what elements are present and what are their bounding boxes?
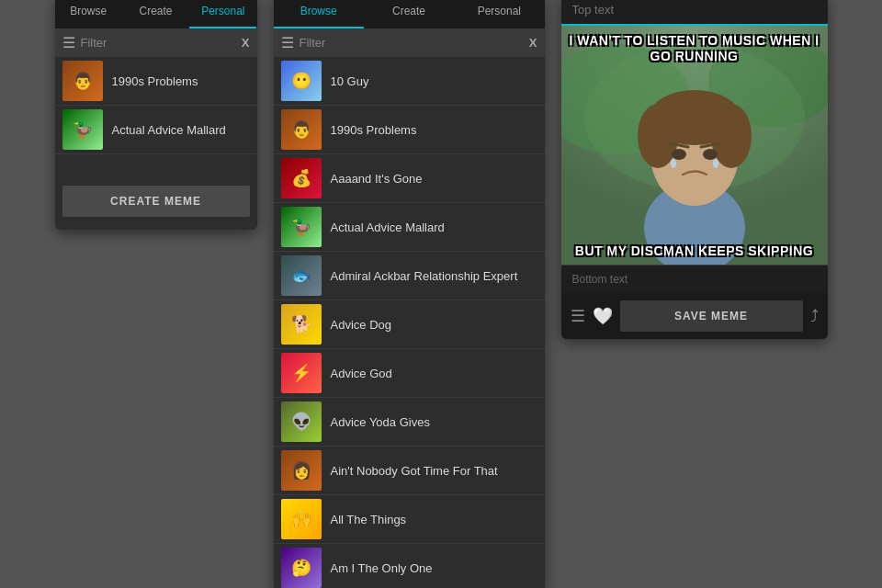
menu-icon[interactable]: ☰ — [571, 306, 585, 326]
screen-container: Browse Create Personal ☰ X 👨 1990s Probl… — [37, 0, 846, 588]
bottom-text-bar — [561, 265, 828, 293]
meme-bottom-text: BUT MY DISCMAN KEEPS SKIPPING — [561, 243, 828, 259]
meme-thumb: 👩 — [281, 450, 322, 491]
panel-creator: I WAN'T TO LISTEN TO MUSIC WHEN I GO RUN… — [561, 0, 828, 339]
clear-btn-1[interactable]: X — [242, 36, 250, 50]
tab-create-1[interactable]: Create — [122, 0, 189, 28]
svg-point-15 — [713, 159, 718, 168]
meme-list-1: 👨 1990s Problems 🦆 Actual Advice Mallard — [55, 57, 257, 154]
meme-thumb: 👨 — [62, 61, 103, 101]
meme-thumb: 😶 — [281, 61, 322, 101]
tab-bar-1: Browse Create Personal — [55, 0, 257, 28]
top-text-bar — [561, 0, 828, 26]
svg-point-11 — [703, 149, 718, 160]
meme-name: Actual Advice Mallard — [331, 220, 445, 234]
list-item[interactable]: 🦆 Actual Advice Mallard — [55, 106, 257, 154]
clear-btn-2[interactable]: X — [529, 36, 537, 50]
meme-thumb: 🐟 — [281, 255, 322, 296]
list-item[interactable]: ⚡ Advice God — [274, 349, 545, 398]
tab-browse-1[interactable]: Browse — [55, 0, 122, 28]
create-meme-button[interactable]: CREATE MEME — [62, 186, 250, 217]
search-input-1[interactable] — [81, 36, 236, 50]
list-item[interactable]: 😶 10 Guy — [274, 57, 545, 106]
panel-personal: Browse Create Personal ☰ X 👨 1990s Probl… — [55, 0, 257, 230]
list-item[interactable]: 🐟 Admiral Ackbar Relationship Expert — [274, 252, 545, 300]
list-item[interactable]: 🤔 Am I The Only One — [274, 544, 545, 588]
action-bar: ☰ 🤍 SAVE MEME ⤴ — [561, 293, 828, 339]
meme-thumb: 🐕 — [281, 304, 322, 345]
list-item[interactable]: 🙌 All The Things — [274, 495, 545, 544]
top-text-input[interactable] — [572, 3, 817, 17]
list-item[interactable]: 👨 1990s Problems — [274, 106, 545, 154]
meme-name: Advice Yoda Gives — [331, 415, 430, 429]
tab-create-2[interactable]: Create — [364, 0, 454, 28]
list-item[interactable]: 👽 Advice Yoda Gives — [274, 398, 545, 447]
panel-browse: Browse Create Personal ☰ X 😶 10 Guy 👨 19… — [274, 0, 545, 588]
svg-point-8 — [638, 104, 678, 168]
create-btn-area: CREATE MEME — [55, 173, 257, 230]
meme-name: 1990s Problems — [112, 74, 198, 88]
meme-thumb: 💰 — [281, 158, 322, 198]
tab-personal-1[interactable]: Personal — [189, 0, 256, 28]
meme-thumb: 👽 — [281, 401, 322, 442]
meme-thumb: 👨 — [281, 109, 322, 150]
svg-point-10 — [672, 149, 686, 160]
list-item[interactable]: 🐕 Advice Dog — [274, 300, 545, 349]
svg-point-14 — [671, 159, 676, 168]
meme-name: Actual Advice Mallard — [112, 123, 226, 137]
meme-name: Am I The Only One — [331, 561, 433, 575]
search-bar-2: ☰ X — [274, 28, 545, 57]
meme-name: All The Things — [331, 513, 407, 526]
meme-thumb: ⚡ — [281, 353, 322, 393]
hamburger-icon-2[interactable]: ☰ — [281, 34, 294, 51]
meme-thumb: 🙌 — [281, 499, 322, 539]
list-item[interactable]: 👩 Ain't Nobody Got Time For That — [274, 447, 545, 495]
meme-thumb: 🤔 — [281, 548, 322, 588]
search-input-2[interactable] — [300, 36, 524, 50]
meme-list-2: 😶 10 Guy 👨 1990s Problems 💰 Aaaand It's … — [274, 57, 545, 588]
list-item[interactable]: 👨 1990s Problems — [55, 57, 257, 106]
meme-name: Admiral Ackbar Relationship Expert — [331, 269, 518, 283]
list-item[interactable]: 🦆 Actual Advice Mallard — [274, 203, 545, 252]
list-item[interactable]: 💰 Aaaand It's Gone — [274, 154, 545, 203]
meme-thumb: 🦆 — [281, 207, 322, 247]
meme-image-area: I WAN'T TO LISTEN TO MUSIC WHEN I GO RUN… — [561, 26, 828, 265]
meme-name: Aaaand It's Gone — [331, 172, 423, 186]
svg-point-9 — [711, 104, 752, 168]
meme-top-text: I WAN'T TO LISTEN TO MUSIC WHEN I GO RUN… — [561, 33, 828, 64]
heart-icon[interactable]: 🤍 — [593, 306, 613, 326]
meme-name: 10 Guy — [331, 74, 369, 88]
meme-thumb: 🦆 — [62, 109, 103, 150]
search-bar-1: ☰ X — [55, 28, 257, 57]
meme-name: Ain't Nobody Got Time For That — [331, 464, 498, 478]
tab-personal-2[interactable]: Personal — [454, 0, 544, 28]
meme-name: Advice Dog — [331, 318, 391, 332]
meme-name: 1990s Problems — [331, 123, 417, 137]
share-icon[interactable]: ⤴ — [810, 307, 819, 326]
meme-name: Advice God — [331, 367, 392, 380]
hamburger-icon-1[interactable]: ☰ — [62, 34, 75, 51]
save-meme-button[interactable]: SAVE MEME — [620, 300, 803, 332]
tab-browse-2[interactable]: Browse — [274, 0, 364, 28]
bottom-text-input[interactable] — [572, 273, 817, 286]
tab-bar-2: Browse Create Personal — [274, 0, 545, 28]
